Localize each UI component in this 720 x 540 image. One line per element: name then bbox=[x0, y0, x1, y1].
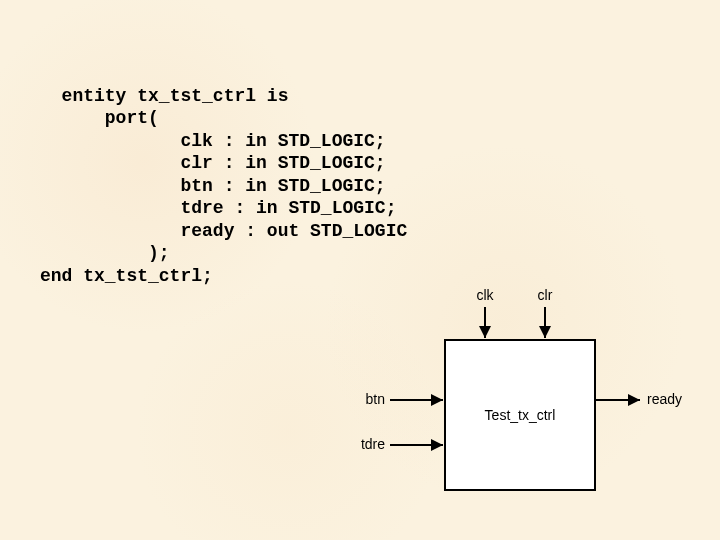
code-line: ready : out STD_LOGIC bbox=[40, 221, 407, 241]
block-diagram: Test_tx_ctrl clkclr btntdre ready bbox=[335, 280, 685, 540]
port-label-tdre: tdre bbox=[361, 436, 385, 452]
port-label-clr: clr bbox=[538, 287, 553, 303]
vhdl-entity-code: entity tx_tst_ctrl is port( clk : in STD… bbox=[40, 62, 407, 287]
code-line: btn : in STD_LOGIC; bbox=[40, 176, 386, 196]
code-line: end tx_tst_ctrl; bbox=[40, 266, 213, 286]
code-line: port( bbox=[40, 108, 159, 128]
port-label-btn: btn bbox=[366, 391, 385, 407]
code-line: ); bbox=[40, 243, 170, 263]
code-line: entity tx_tst_ctrl is bbox=[62, 86, 289, 106]
entity-label: Test_tx_ctrl bbox=[485, 407, 556, 423]
port-label-ready: ready bbox=[647, 391, 682, 407]
code-line: clr : in STD_LOGIC; bbox=[40, 153, 386, 173]
port-label-clk: clk bbox=[476, 287, 494, 303]
code-line: tdre : in STD_LOGIC; bbox=[40, 198, 396, 218]
code-line: clk : in STD_LOGIC; bbox=[40, 131, 386, 151]
